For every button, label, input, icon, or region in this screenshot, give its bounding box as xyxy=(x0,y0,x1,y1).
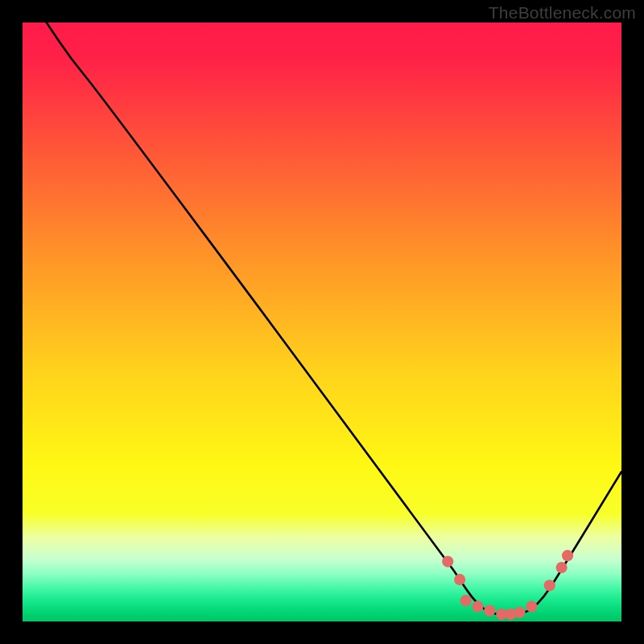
watermark-text: TheBottleneck.com xyxy=(489,3,636,23)
highlight-point xyxy=(544,580,555,591)
highlight-point xyxy=(514,607,525,618)
highlight-point xyxy=(484,605,495,617)
bottleneck-curve-path xyxy=(47,23,621,615)
highlight-point xyxy=(442,556,453,568)
curve-layer xyxy=(23,23,621,621)
chart-frame: TheBottleneck.com xyxy=(0,0,644,644)
highlight-point xyxy=(460,595,471,606)
plot-area xyxy=(23,23,621,621)
highlight-point xyxy=(472,601,483,612)
highlight-point xyxy=(454,574,465,585)
highlight-markers xyxy=(442,550,573,620)
highlight-point xyxy=(562,550,573,561)
highlight-point xyxy=(526,601,537,612)
highlight-point xyxy=(556,562,568,573)
